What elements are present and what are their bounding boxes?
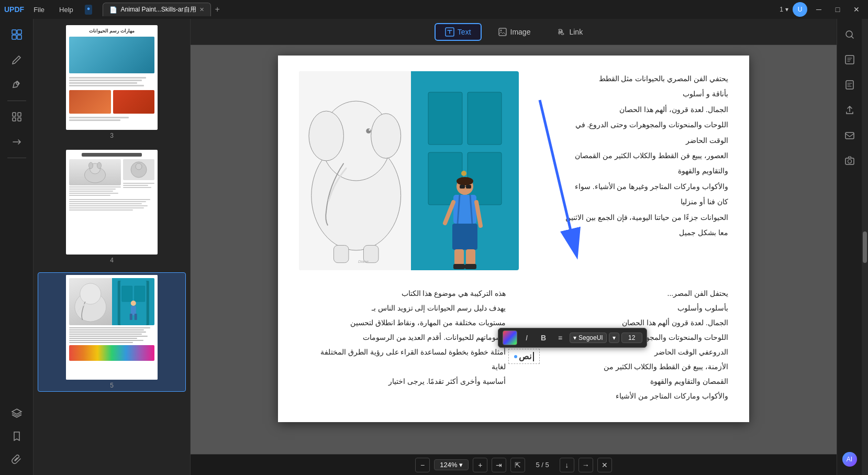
right-search-icon[interactable] xyxy=(838,23,861,46)
menu-file[interactable]: File xyxy=(30,5,48,15)
toolbar-link-btn[interactable]: Link xyxy=(547,24,593,40)
sidebar-icon-thumbnails[interactable] xyxy=(5,23,28,46)
svg-point-14 xyxy=(136,163,142,170)
active-tab[interactable]: 📄 Animal Paint...Skills-ar自用 ✕ xyxy=(103,3,210,16)
svg-rect-2 xyxy=(12,35,16,39)
svg-rect-23 xyxy=(129,314,132,320)
fit-page-btn[interactable]: ⇱ xyxy=(510,458,525,472)
right-ocr-icon[interactable] xyxy=(838,48,861,71)
svg-point-21 xyxy=(130,301,136,306)
page-num-display: 1 ▾ xyxy=(780,6,788,13)
tab-bar: 📄 Animal Paint...Skills-ar自用 ✕ + xyxy=(103,3,780,16)
right-email-icon[interactable] xyxy=(838,124,861,147)
thumbnail-page-5[interactable]: 5 xyxy=(38,272,186,392)
svg-point-32 xyxy=(309,111,343,161)
svg-rect-55 xyxy=(453,264,465,269)
text-edit-box[interactable]: نص xyxy=(508,349,540,364)
font-size-input[interactable]: 12 xyxy=(621,333,642,343)
minimize-btn[interactable]: ─ xyxy=(811,2,826,17)
zoom-chevron: ▾ xyxy=(459,461,463,469)
zoom-in-btn[interactable]: + xyxy=(473,458,487,472)
svg-rect-64 xyxy=(845,158,854,164)
pdf-viewer[interactable]: يحتفي الفن المصري بالحيوانات مثل القطط ب… xyxy=(191,45,837,454)
zoom-display: 124% ▾ xyxy=(434,459,469,470)
font-family-dropdown[interactable]: SegoeUI ▾ xyxy=(570,333,607,343)
close-statusbar-btn[interactable]: ✕ xyxy=(597,458,612,472)
font-size-dropdown[interactable]: ▾ xyxy=(609,333,619,343)
zoom-out-btn[interactable]: − xyxy=(415,458,430,472)
svg-rect-54 xyxy=(466,249,475,265)
thumbnail-page-4[interactable]: 4 xyxy=(38,148,186,266)
sidebar-icon-edit[interactable] xyxy=(5,48,28,71)
statusbar: − 124% ▾ + ⇥ ⇱ 5 / 5 ↓ → ✕ xyxy=(191,454,837,475)
svg-rect-5 xyxy=(13,113,16,116)
svg-point-16 xyxy=(80,283,101,304)
svg-rect-6 xyxy=(18,113,21,116)
svg-point-34 xyxy=(366,128,371,133)
align-btn[interactable]: ≡ xyxy=(553,330,567,345)
svg-rect-7 xyxy=(13,118,16,121)
ai-avatar-container: AI xyxy=(842,452,857,471)
svg-rect-47 xyxy=(453,195,476,224)
sidebar-icon-bookmark[interactable] xyxy=(5,425,28,448)
bottom-text-left-col: هذه التركيبة هي موضوع هذا الكتاب يهدف دل… xyxy=(299,286,506,403)
sidebar-divider-1 xyxy=(7,101,26,101)
fit-width-btn[interactable]: ⇥ xyxy=(492,458,506,472)
right-export-icon[interactable] xyxy=(838,98,861,121)
svg-rect-3 xyxy=(17,35,21,39)
thumb-num-3: 3 xyxy=(110,132,114,139)
new-tab-btn[interactable]: + xyxy=(215,5,220,14)
svg-point-44 xyxy=(461,171,466,176)
ai-avatar-btn[interactable]: AI xyxy=(842,452,857,467)
svg-rect-1 xyxy=(17,30,21,34)
toolbar-text-btn[interactable]: Text xyxy=(435,23,482,41)
thumb-frame-4 xyxy=(66,150,158,255)
svg-rect-8 xyxy=(18,118,21,121)
text-format-toolbar: 12 ▾ SegoeUI ▾ ≡ B I xyxy=(498,328,647,348)
toolbar-image-btn[interactable]: Image xyxy=(488,24,541,40)
bold-btn[interactable]: B xyxy=(536,330,551,345)
sidebar-icon-layers[interactable] xyxy=(5,402,28,425)
arabic-text-upper: يحتفي الفن المصري بالحيوانات مثل القطط ب… xyxy=(529,71,728,240)
right-form-icon[interactable] xyxy=(838,73,861,96)
svg-rect-63 xyxy=(845,132,854,139)
color-picker-btn[interactable] xyxy=(503,330,517,345)
svg-point-65 xyxy=(848,160,851,163)
page-down-btn[interactable]: ↓ xyxy=(560,458,574,472)
page-indicator: 5 / 5 xyxy=(529,461,555,469)
help-badge: ● xyxy=(85,5,93,15)
main-layout: مهارات رسم الحيوانات xyxy=(0,19,868,475)
svg-point-46 xyxy=(457,177,473,185)
sidebar-icon-convert[interactable] xyxy=(5,130,28,153)
thumb-frame-3: مهارات رسم الحيوانات xyxy=(66,25,158,130)
svg-point-35 xyxy=(369,129,370,131)
thumbnail-page-3[interactable]: مهارات رسم الحيوانات xyxy=(38,23,186,141)
sidebar-icon-annotate[interactable] xyxy=(5,73,28,96)
thumb-num-5: 5 xyxy=(110,382,114,389)
italic-btn[interactable]: I xyxy=(519,330,534,345)
user-avatar[interactable]: U xyxy=(793,2,807,17)
page-right-btn[interactable]: → xyxy=(578,458,593,472)
right-scrollbar[interactable] xyxy=(862,19,868,475)
sidebar-icon-organize[interactable] xyxy=(5,105,28,128)
page-image-container: Diane xyxy=(299,71,519,270)
scroll-thumb[interactable] xyxy=(863,231,867,263)
sidebar-icon-attachment[interactable] xyxy=(5,448,28,471)
sidebar-right: AI xyxy=(837,19,862,475)
sidebar-divider-2 xyxy=(7,158,26,158)
thumbnail-panel[interactable]: مهارات رسم الحيوانات xyxy=(34,19,191,475)
tab-close-btn[interactable]: ✕ xyxy=(199,6,204,13)
elephant-sketch-area: Diane xyxy=(299,71,413,270)
content-area: Text Image Link xyxy=(191,19,837,475)
app-logo: UPDF xyxy=(4,5,24,14)
right-camera-icon[interactable] xyxy=(838,149,861,172)
maximize-btn[interactable]: □ xyxy=(830,2,845,17)
svg-rect-56 xyxy=(465,264,476,269)
svg-text:Diane: Diane xyxy=(358,259,369,264)
svg-point-33 xyxy=(371,114,401,158)
close-btn[interactable]: ✕ xyxy=(849,2,864,17)
svg-rect-24 xyxy=(134,314,137,320)
menu-help[interactable]: Help xyxy=(56,5,76,15)
svg-point-11 xyxy=(89,162,93,169)
svg-rect-20 xyxy=(134,286,144,302)
